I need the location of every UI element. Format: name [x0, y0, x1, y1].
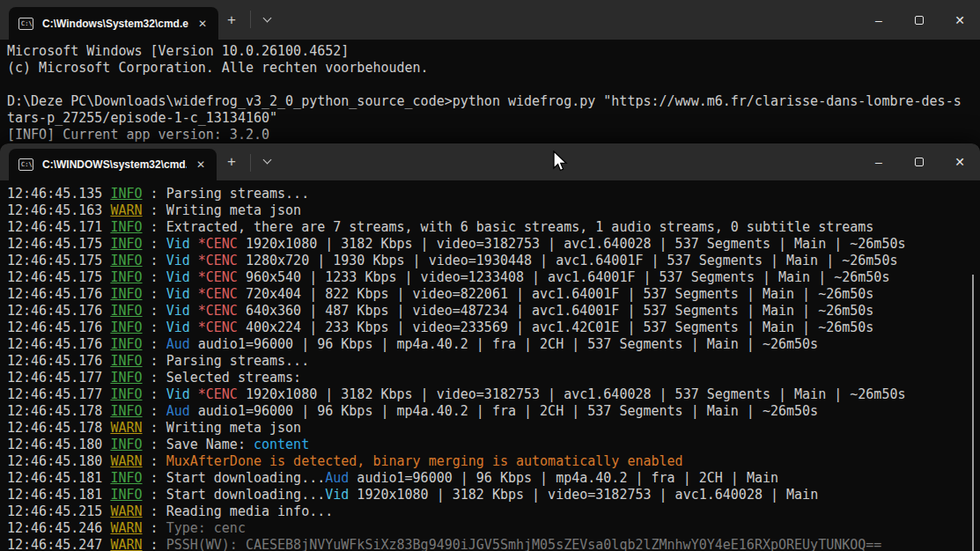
terminal-line	[7, 77, 980, 93]
new-tab-button[interactable]: +	[218, 11, 245, 29]
chevron-down-icon	[263, 156, 272, 165]
minimize-button[interactable]: –	[858, 143, 899, 180]
log-line: 12:46:45.176 INFO : Vid *CENC 400x224 | …	[7, 320, 980, 336]
maximize-button[interactable]	[899, 143, 939, 180]
tab-title: C:\WINDOWS\system32\cmd.	[42, 158, 187, 171]
maximize-icon	[915, 158, 924, 166]
cmd-icon: C:\	[18, 158, 33, 171]
window-controls-back: – ✕	[858, 0, 980, 40]
log-line: 12:46:45.176 INFO : Parsing streams...	[7, 353, 980, 370]
maximize-button[interactable]	[899, 0, 939, 40]
tabbar-divider	[250, 154, 251, 172]
minimize-button[interactable]: –	[858, 0, 899, 40]
log-line: 12:46:45.176 INFO : Vid *CENC 720x404 | …	[7, 286, 980, 303]
log-line: 12:46:45.175 INFO : Vid *CENC 960x540 | …	[7, 269, 980, 286]
log-line: 12:46:45.177 INFO : Selected streams:	[7, 370, 980, 386]
window-controls-front: – ✕	[858, 143, 980, 180]
log-line: 12:46:45.178 INFO : Aud audio1=96000 | 9…	[7, 403, 980, 420]
maximize-icon	[915, 16, 924, 25]
log-line: 12:46:45.215 WARN : Reading media info..…	[7, 503, 980, 520]
log-line: 12:46:45.178 WARN : Writing meta json	[7, 420, 980, 437]
log-line: 12:46:45.180 INFO : Save Name: content	[7, 437, 980, 453]
log-line: 12:46:45.246 WARN : Type: cenc	[7, 520, 980, 537]
log-line: 12:46:45.163 WARN : Writing meta json	[7, 202, 980, 219]
titlebar-back: C:\ C:\Windows\System32\cmd.e ✕ + – ✕	[0, 0, 980, 40]
close-button[interactable]: ✕	[939, 143, 980, 180]
tab-title: C:\Windows\System32\cmd.e	[42, 18, 188, 30]
tab-dropdown-button[interactable]	[255, 11, 280, 29]
tab-dropdown-button[interactable]	[255, 153, 280, 171]
terminal-line: D:\Deze PC\Downloads\widefrog_v3_2_0_pyt…	[7, 93, 980, 110]
chevron-down-icon	[263, 13, 272, 22]
terminal-line: [INFO] Current app version: 3.2.0	[7, 127, 980, 143]
titlebar-front: C:\ C:\WINDOWS\system32\cmd. ✕ + – ✕	[0, 143, 980, 180]
log-line: 12:46:45.175 INFO : Vid *CENC 1280x720 |…	[7, 253, 980, 269]
tab-close-icon[interactable]: ✕	[192, 157, 210, 173]
tab-close-icon[interactable]: ✕	[194, 16, 211, 32]
log-line: 12:46:45.171 INFO : Extracted, there are…	[7, 219, 980, 236]
log-line: 12:46:45.181 INFO : Start downloading...…	[7, 470, 980, 487]
log-line: 12:46:45.176 INFO : Vid *CENC 640x360 | …	[7, 303, 980, 320]
cmd-icon: C:\	[18, 18, 33, 30]
tabbar-divider	[250, 11, 251, 28]
terminal-window-front: C:\ C:\WINDOWS\system32\cmd. ✕ + – ✕ 12:…	[0, 143, 980, 551]
terminal-output-front[interactable]: 12:46:45.135 INFO : Parsing streams...12…	[0, 180, 980, 551]
log-line: 12:46:45.247 WARN : PSSH(WV): CAESEB8jNV…	[7, 537, 980, 551]
log-line: 12:46:45.175 INFO : Vid *CENC 1920x1080 …	[7, 236, 980, 253]
scrollbar-thumb[interactable]	[972, 275, 974, 551]
mouse-cursor	[552, 151, 568, 173]
close-button[interactable]: ✕	[939, 0, 980, 40]
terminal-line: (c) Microsoft Corporation. Alle rechten …	[7, 60, 980, 77]
terminal-output-back[interactable]: Microsoft Windows [Version 10.0.26100.46…	[0, 40, 980, 143]
log-line: 12:46:45.181 INFO : Start downloading...…	[7, 487, 980, 503]
terminal-line: tars-p_27255/episode-1-c_13134160"	[7, 110, 980, 127]
tab-cmd-back[interactable]: C:\ C:\Windows\System32\cmd.e ✕	[9, 7, 218, 40]
tab-cmd-front[interactable]: C:\ C:\WINDOWS\system32\cmd. ✕	[9, 149, 217, 180]
log-line: 12:46:45.135 INFO : Parsing streams...	[7, 186, 980, 202]
log-line: 12:46:45.177 INFO : Vid *CENC 1920x1080 …	[7, 386, 980, 403]
terminal-line: Microsoft Windows [Version 10.0.26100.46…	[7, 43, 980, 60]
new-tab-button[interactable]: +	[218, 153, 245, 171]
log-line: 12:46:45.176 INFO : Aud audio1=96000 | 9…	[7, 336, 980, 353]
log-line: 12:46:45.180 WARN : MuxAfterDone is dete…	[7, 453, 980, 470]
